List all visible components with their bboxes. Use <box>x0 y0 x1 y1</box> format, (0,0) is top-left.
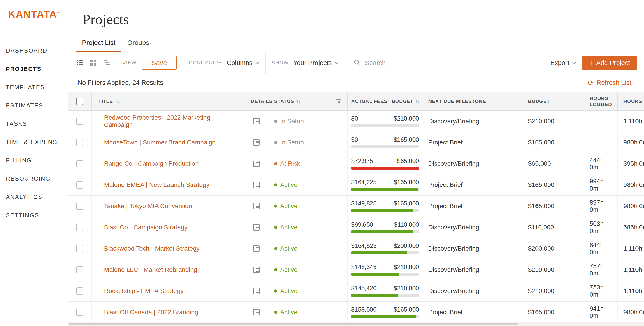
sort-icons[interactable]: ↑↓ <box>115 98 119 104</box>
project-details-icon[interactable] <box>252 266 260 274</box>
fees-progress-fill <box>351 209 413 212</box>
sidebar-item-billing[interactable]: BILLING <box>0 151 68 170</box>
project-title-link[interactable]: Redwood Properties - 2022 Marketing Camp… <box>104 114 210 128</box>
status-badge: Active <box>274 245 342 252</box>
project-title-link[interactable]: Tanaka | Tokyo MIA Convention <box>104 203 192 210</box>
list-view-icon[interactable] <box>76 59 83 66</box>
sidebar-item-templates[interactable]: TEMPLATES <box>0 78 68 96</box>
row-checkbox[interactable] <box>76 118 83 125</box>
row-checkbox[interactable] <box>76 224 83 231</box>
status-badge: Active <box>274 203 342 210</box>
table-row: Blackwood Tech - Market Strategy Active … <box>68 238 644 259</box>
refresh-icon: ⟳ <box>588 79 594 86</box>
sidebar-item-estimates[interactable]: ESTIMATES <box>0 96 68 115</box>
sidebar-item-dashboard[interactable]: DASHBOARD <box>0 42 68 60</box>
search-input[interactable] <box>364 59 509 67</box>
project-details-icon[interactable] <box>252 224 260 231</box>
add-project-label: Add Project <box>596 59 630 67</box>
sidebar-item-time-expense[interactable]: TIME & EXPENSE <box>0 133 68 151</box>
project-details-icon[interactable] <box>252 202 260 210</box>
table-row: MooseTown | Summer Brand Campaign In Set… <box>68 132 644 153</box>
project-title-link[interactable]: MooseTown | Summer Brand Campaign <box>104 139 216 146</box>
sidebar-item-tasks[interactable]: TASKS <box>0 115 68 133</box>
project-details-icon[interactable] <box>252 287 260 295</box>
row-checkbox[interactable] <box>76 309 83 316</box>
refresh-list-button[interactable]: ⟳ Refresh List <box>588 79 632 86</box>
row-checkbox[interactable] <box>76 160 83 167</box>
milestone-value: Project Brief <box>428 139 463 146</box>
status-label: Active <box>280 224 298 231</box>
project-details-icon[interactable] <box>252 245 260 252</box>
project-title-link[interactable]: Malone EMEA | New Launch Strategy <box>104 181 210 188</box>
sidebar-item-analytics[interactable]: ANALYTICS <box>0 188 68 206</box>
row-checkbox[interactable] <box>76 245 83 252</box>
column-header-milestone[interactable]: NEXT DUE MILESTONE <box>428 98 486 104</box>
row-checkbox[interactable] <box>76 139 83 146</box>
refresh-list-label: Refresh List <box>596 79 632 86</box>
project-title-link[interactable]: Range Co - Campaign Production <box>104 160 199 167</box>
project-title-link[interactable]: Blast Off Canada | 2022 Branding <box>104 309 198 316</box>
actual-fees-value: $0 <box>351 136 358 143</box>
row-checkbox[interactable] <box>76 203 83 210</box>
grid-view-icon[interactable] <box>90 59 97 66</box>
hours-estimated-value: 1,110h 0m <box>624 287 644 294</box>
tab-groups[interactable]: Groups <box>121 38 155 52</box>
status-dot-icon <box>274 120 278 123</box>
fees-budget-value: $110,000 <box>394 221 419 228</box>
gantt-view-icon[interactable] <box>103 59 110 66</box>
hours-logged-value: 897h 0m <box>590 199 604 213</box>
scrollbar-thumb[interactable] <box>68 323 518 325</box>
search-box <box>353 59 537 67</box>
project-details-icon[interactable] <box>252 160 260 168</box>
fees-progress-fill <box>351 315 416 318</box>
column-header-budget[interactable]: BUDGET <box>528 98 550 104</box>
fees-progress-bar <box>351 145 419 148</box>
kantata-logo[interactable]: KANTATA™ <box>0 0 68 20</box>
column-header-details: DETAILS <box>251 98 273 104</box>
column-header-fees-budget[interactable]: BUDGET <box>392 98 414 104</box>
columns-dropdown[interactable]: Columns <box>227 59 260 67</box>
sidebar-item-settings[interactable]: SETTINGS <box>0 206 68 224</box>
row-checkbox[interactable] <box>76 266 83 273</box>
sidebar-item-projects[interactable]: PROJECTS <box>0 60 68 78</box>
fees-budget-value: $200,000 <box>394 242 419 249</box>
hours-estimated-value: 980h 0m <box>624 203 644 210</box>
row-checkbox[interactable] <box>76 287 83 295</box>
add-project-button[interactable]: + Add Project <box>582 56 637 70</box>
sort-icons[interactable]: ↑↓ <box>415 98 419 104</box>
status-badge: Active <box>274 287 342 295</box>
column-header-actual-fees[interactable]: ACTUAL FEES <box>351 98 387 104</box>
row-checkbox[interactable] <box>76 181 83 189</box>
filter-funnel-icon[interactable] <box>336 99 342 104</box>
toolbar-divider <box>345 52 345 74</box>
status-dot-icon <box>274 289 278 293</box>
save-view-button[interactable]: Save <box>142 56 177 70</box>
column-header-hours-estimated[interactable]: HOURS ESTIMATED <box>624 98 644 104</box>
column-header-status[interactable]: STATUS <box>274 98 294 104</box>
sort-icons[interactable]: ↑↓ <box>296 98 300 104</box>
project-title-link[interactable]: Blackwood Tech - Market Strategy <box>104 245 200 252</box>
sidebar-item-label: PROJECTS <box>6 65 42 72</box>
project-title-link[interactable]: Rocketship - EMEA Strategy <box>104 287 184 294</box>
column-header-title[interactable]: TITLE <box>98 98 113 104</box>
horizontal-scrollbar[interactable] <box>68 322 644 326</box>
budget-value: $210,000 <box>528 118 554 125</box>
project-details-icon[interactable] <box>252 117 260 125</box>
status-badge: Active <box>274 224 342 231</box>
status-dot-icon <box>274 183 278 187</box>
budget-value: $165,000 <box>528 139 554 146</box>
show-filter-dropdown[interactable]: Your Projects <box>293 59 339 67</box>
select-all-checkbox[interactable] <box>76 98 83 105</box>
table-row: Blast Off Canada | 2022 Branding Active … <box>68 302 644 323</box>
project-details-icon[interactable] <box>252 139 260 146</box>
tab-project-list[interactable]: Project List <box>76 38 121 52</box>
project-details-icon[interactable] <box>252 181 260 189</box>
project-title-link[interactable]: Blast Co - Campaign Strategy <box>104 224 188 231</box>
project-title-link[interactable]: Malone LLC - Market Rebranding <box>104 266 198 273</box>
status-label: Active <box>280 203 298 210</box>
export-dropdown[interactable]: Export <box>550 59 576 67</box>
project-details-icon[interactable] <box>252 308 260 316</box>
sidebar-item-resourcing[interactable]: RESOURCING <box>0 170 68 188</box>
toolbar-divider <box>543 52 543 74</box>
column-header-hours-logged[interactable]: HOURS LOGGED <box>590 95 612 107</box>
